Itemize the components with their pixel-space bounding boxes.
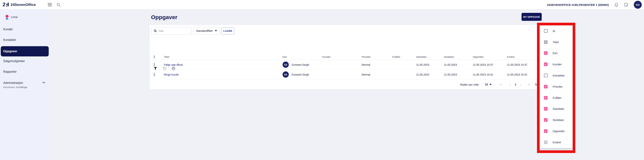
column-option-kunder[interactable]: ✓ Kunder [540,59,573,70]
startdato-cell: 11.05.2023 [416,73,429,76]
search-input[interactable] [158,29,189,32]
column-header-eier[interactable]: Eier [278,55,318,58]
page-title: Oppgaver [151,14,178,21]
checkbox-checked[interactable]: ✓ [544,118,548,122]
sidebar-item-salgsmuligheter[interactable]: Salgsmuligheter [3,59,25,63]
crm-section-label: CRM [11,16,18,19]
column-option-kontakter[interactable]: Kontakter [540,70,573,81]
filter-select[interactable]: Standardfilter [193,27,220,35]
save-filter-button[interactable]: LAGRE [222,27,234,34]
sidebar-item-administrasjon-sublabel: Personvern, Innstillinger [3,86,28,89]
notes-icon[interactable] [624,3,628,7]
owner-avatar: GS [282,61,289,68]
search-icon [154,29,157,32]
account-name: 24SEVENOFFICE HJELPESENTER 1 (DEMO) [547,3,609,7]
owner-avatar: GS [282,71,289,78]
prioritet-cell: Normal [362,63,370,66]
chevron-down-icon[interactable] [42,82,45,84]
pagination: Rader per side 15 « ‹ 1 › » Totalt [150,79,575,89]
column-header-tittel[interactable]: Tittel [160,55,278,58]
column-option-endret[interactable]: ✓ Endret [540,137,573,148]
select-all-checkbox[interactable] [154,55,154,58]
table-row: Ringe kunde GS Gurwant Singh Normal 80% … [150,70,575,79]
sidebar-item-rapporter[interactable]: Rapporter [3,70,16,73]
column-option-sluttdato[interactable]: ✓ Sluttdato [540,114,573,126]
caret-down-icon [490,84,492,85]
prioritet-cell: Normal [362,73,370,76]
sluttdato-cell: 11.05.2023 [444,73,457,76]
sidebar-item-administrasjon[interactable]: Administrasjon [3,81,23,85]
row-checkbox[interactable] [154,63,154,66]
column-chooser-panel: Id ✓ Tittel ✓ Eier ✓ Kunder Kontakter ✓ … [540,25,573,148]
sidebar-item-oppgaver-label: Oppgaver [3,50,17,53]
new-task-button[interactable]: NY OPPGAVE [522,13,542,21]
column-header-opprettet[interactable]: Opprettet [469,55,503,58]
app-logo[interactable]: 2 24SevenOffice [3,2,36,7]
sidebar: CRM Kunder Kontakter Oppgaver Salgsmulig… [0,10,50,160]
topbar-right: 24SEVENOFFICE HJELPESENTER 1 (DEMO) GS [547,0,644,10]
next-page-button[interactable]: › [520,79,521,89]
checkbox-checked[interactable]: ✓ [544,107,548,111]
column-option-tittel[interactable]: ✓ Tittel [540,37,573,48]
opprettet-cell: 11.05.2023 15:41 [473,73,493,76]
checkbox-checked[interactable]: ✓ [544,129,548,133]
checkbox-unchecked[interactable] [544,74,548,77]
crm-person-icon [5,15,9,20]
checkbox-checked[interactable]: ✓ [544,85,548,89]
column-option-opprettet[interactable]: ✓ Opprettet [540,126,573,137]
annotation-highlight-box: Id ✓ Tittel ✓ Eier ✓ Kunder Kontakter ✓ … [537,23,575,153]
row-checkbox[interactable] [154,73,154,76]
checkbox-checked[interactable]: ✓ [544,51,548,55]
checkbox-checked-disabled: ✓ [544,40,548,44]
first-page-button[interactable]: « [500,79,502,89]
filter-select-value: Standardfilter [196,29,213,32]
checkbox-checked[interactable]: ✓ [544,62,548,66]
sluttdato-cell: 11.05.2023 [444,63,457,66]
search-field[interactable] [151,27,192,35]
column-header-kunder[interactable]: Kunder [318,55,358,58]
rows-per-page-select[interactable]: 15 [485,79,492,89]
task-title-link[interactable]: Følge opp tilbud [164,63,183,66]
notifications-bell-icon[interactable] [614,3,618,7]
column-option-fullfort[interactable]: ✓ Fullført [540,92,573,103]
owner-name: Gurwant Singh [292,63,309,66]
global-search-icon[interactable] [56,3,61,7]
column-option-prioritet[interactable]: ✓ Prioritet [540,81,573,92]
current-page: 1 [515,79,516,89]
table-row: Følge opp tilbud GS Gurwant Singh Normal… [150,60,575,70]
checkbox-checked[interactable]: ✓ [544,96,548,100]
tasks-card: Standardfilter LAGRE Tittel Eier [150,25,575,89]
endret-cell: 11.05.2023 15:37 [507,63,527,66]
task-title-link[interactable]: Ringe kunde [164,73,179,76]
column-header-prioritet[interactable]: Prioritet [358,55,388,58]
rows-per-page-value: 15 [485,83,488,86]
startdato-cell: 11.05.2023 [416,63,429,66]
topbar: 2 24SevenOffice 24SEVENOFFICE HJELPESENT… [0,0,644,10]
column-header-fullfort[interactable]: Fullført [388,55,412,58]
rows-per-page-label: Rader per side [460,83,479,86]
column-option-id[interactable]: Id [540,25,573,37]
logo-24-icon: 2 [3,2,9,7]
hamburger-menu-icon[interactable] [48,3,52,7]
sidebar-item-kontakter[interactable]: Kontakter [3,38,16,42]
sidebar-section-crm: CRM [5,15,18,20]
checkbox-checked-disabled: ✓ [544,140,548,144]
last-page-button[interactable]: » [528,79,530,89]
column-header-sluttdato[interactable]: Sluttdato [440,55,469,58]
caret-down-icon [215,30,217,31]
prev-page-button[interactable]: ‹ [510,79,511,89]
checkbox-unchecked[interactable] [544,29,548,33]
sidebar-item-kunder[interactable]: Kunder [3,28,13,31]
endret-cell: 11.05.2023 15:41 [507,73,527,76]
table-header: Tittel Eier Kunder Prioritet Fullført St… [150,54,575,60]
logo-wordmark: 24SevenOffice [10,2,36,7]
owner-name: Gurwant Singh [292,73,309,76]
column-header-startdato[interactable]: Startdato [412,55,440,58]
sidebar-item-oppgaver[interactable]: Oppgaver [1,46,49,56]
user-avatar[interactable]: GS [634,1,642,9]
column-option-eier[interactable]: ✓ Eier [540,48,573,59]
opprettet-cell: 11.05.2023 15:37 [473,63,493,66]
column-option-startdato[interactable]: ✓ Startdato [540,103,573,115]
